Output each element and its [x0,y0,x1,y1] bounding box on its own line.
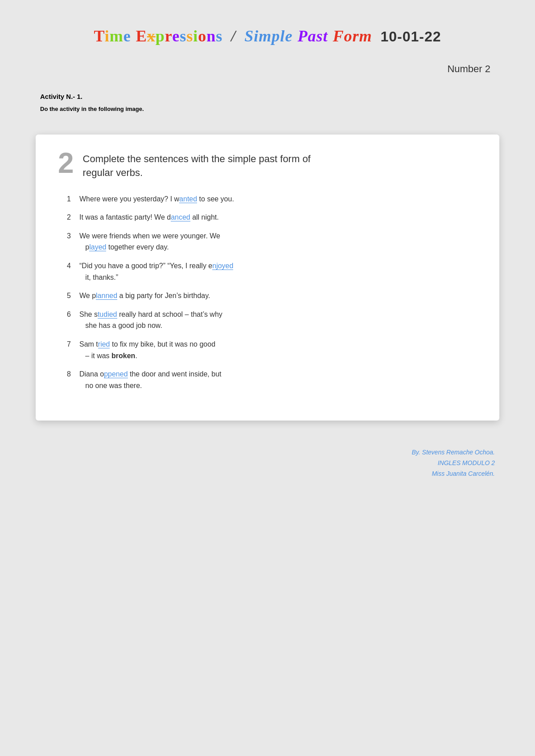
title-date: 10-01-22 [380,29,441,45]
answer-5: lanned [96,292,117,300]
answer-3: layed [89,243,106,251]
title-area: Time Expressions / Simple Past Form 10-0… [36,27,499,45]
number-label: Number 2 [36,63,499,75]
sentence-text-8: Diana oppened the door and went inside, … [79,368,477,391]
answer-2: anced [171,213,190,221]
sentence-num-3: 3 [67,230,79,242]
sentence-num-6: 6 [67,309,79,320]
sentence-text-4: “Did you have a good trip?” “Yes, I real… [79,260,477,283]
sentence-text-5: We planned a big party for Jen’s birthda… [79,290,477,302]
sentence-num-1: 1 [67,193,79,205]
sentence-2: 2 It was a fantastic party! We danced al… [67,212,477,223]
sentence-text-2: It was a fantastic party! We danced all … [79,212,477,223]
sentence-7: 7 Sam tried to fix my bike, but it was n… [67,339,477,361]
answer-8: ppened [104,370,128,378]
answer-6: tudied [98,311,117,319]
sentence-5: 5 We planned a big party for Jen’s birth… [67,290,477,302]
page: Time Expressions / Simple Past Form 10-0… [36,27,499,729]
sentence-num-2: 2 [67,212,79,223]
page-title: Time Expressions / Simple Past Form 10-0… [36,27,499,45]
activity-instruction: Do the activity in the following image. [36,106,499,112]
answer-4: njoyed [212,262,233,270]
sentence-6: 6 She studied really hard at school – th… [67,309,477,331]
sentence-8: 8 Diana oppened the door and went inside… [67,368,477,391]
sentence-text-7: Sam tried to fix my bike, but it was no … [79,339,477,361]
sentence-1: 1 Where were you yesterday? I wanted to … [67,193,477,205]
sentence-num-7: 7 [67,339,79,350]
footer: By. Stevens Remache Ochoa. INGLES MODULO… [36,447,499,479]
footer-line3: Miss Juanita Carcelén. [36,469,495,479]
sentence-num-5: 5 [67,290,79,302]
sentence-text-6: She studied really hard at school – that… [79,309,477,331]
sentence-num-4: 4 [67,260,79,272]
sentence-text-3: We were friends when we were younger. We… [79,230,477,253]
sentence-3: 3 We were friends when we were younger. … [67,230,477,253]
activity-card: 2 Complete the sentences with the simple… [36,135,499,421]
footer-line1: By. Stevens Remache Ochoa. [36,447,495,458]
activity-label: Activity N.- 1. [36,93,499,100]
answer-7: ried [98,340,110,348]
card-header: 2 Complete the sentences with the simple… [58,152,477,180]
sentences-list: 1 Where were you yesterday? I wanted to … [58,193,477,392]
card-heading: Complete the sentences with the simple p… [83,152,311,180]
sentence-num-8: 8 [67,368,79,380]
sentence-text-1: Where were you yesterday? I wanted to se… [79,193,477,205]
card-number: 2 [58,149,74,177]
sentence-4: 4 “Did you have a good trip?” “Yes, I re… [67,260,477,283]
footer-line2: INGLES MODULO 2 [36,458,495,469]
answer-1: anted [179,195,197,203]
